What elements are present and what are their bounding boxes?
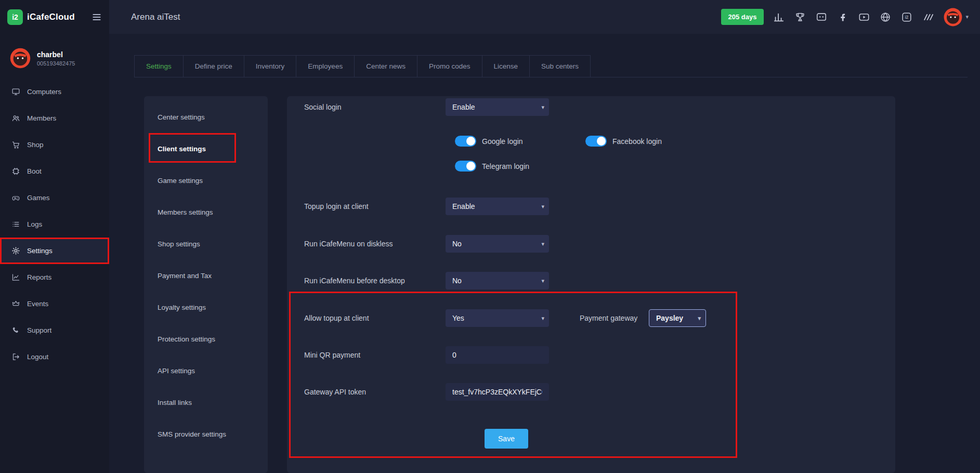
sidebar-item-members[interactable]: Members (0, 105, 109, 132)
sidebar-user[interactable]: charbel 005193482475 (0, 34, 109, 78)
diskless-select[interactable]: No ▾ (446, 235, 549, 253)
allow-topup-select[interactable]: Yes ▾ (446, 309, 549, 327)
hamburger-menu-icon[interactable] (92, 12, 102, 22)
before-desktop-select[interactable]: No ▾ (446, 272, 549, 290)
nav-item-install-links[interactable]: Install links (144, 387, 268, 418)
tab-employees[interactable]: Employees (296, 55, 355, 77)
toggle-knob (466, 162, 475, 170)
user-menu[interactable]: ▾ (943, 7, 969, 27)
youtube-icon[interactable] (858, 11, 870, 23)
tab-license[interactable]: License (482, 55, 530, 77)
sidebar-item-settings[interactable]: Settings (0, 238, 109, 264)
nav-item-members-settings[interactable]: Members settings (144, 196, 268, 228)
telegram-login-toggle[interactable] (455, 161, 476, 172)
gear-icon (11, 246, 20, 255)
tab-settings[interactable]: Settings (134, 55, 184, 77)
facebook-icon[interactable] (837, 11, 849, 23)
app-logo[interactable]: i2 iCafeCloud (7, 9, 75, 25)
sidebar-item-logout[interactable]: Logout (0, 344, 109, 370)
page-title: Arena aiTest (131, 12, 180, 22)
nav-item-game-settings[interactable]: Game settings (144, 165, 268, 196)
payment-gateway-value: Paysley (656, 314, 683, 322)
social-login-label: Social login (304, 103, 342, 111)
license-days-badge[interactable]: 205 days (721, 9, 764, 25)
icafe-icon[interactable]: i2 (900, 11, 913, 23)
sidebar-item-label: Boot (27, 167, 42, 175)
sidebar-item-label: Reports (27, 273, 51, 281)
diskless-label: Run iCafeMenu on diskless (304, 240, 393, 248)
trophy-icon[interactable] (794, 11, 806, 23)
tab-sub-centers[interactable]: Sub centers (530, 55, 591, 77)
chart-icon (11, 273, 20, 282)
logo-text: iCafeCloud (27, 12, 75, 22)
topup-login-select[interactable]: Enable ▾ (446, 198, 549, 215)
sidebar-item-boot[interactable]: Boot (0, 158, 109, 185)
toggle-knob (466, 137, 475, 146)
avatar (943, 7, 963, 27)
client-settings-form: Social login Enable ▾ Google login Faceb… (287, 96, 895, 473)
discord-icon[interactable] (815, 11, 828, 23)
logout-icon (11, 352, 20, 361)
sidebar-item-shop[interactable]: Shop (0, 132, 109, 158)
phone-icon (11, 326, 20, 335)
mini-qr-label: Mini QR payment (304, 351, 360, 359)
payment-gateway-select[interactable]: Paysley ▾ (649, 309, 706, 327)
icafecloud-logo-icon: i2 (7, 9, 23, 25)
before-desktop-value: No (452, 277, 462, 285)
tab-center-news[interactable]: Center news (355, 55, 417, 77)
stats-icon[interactable] (773, 11, 785, 23)
mini-qr-input[interactable] (446, 346, 549, 364)
sidebar-item-computers[interactable]: Computers (0, 78, 109, 105)
gateway-token-input[interactable] (446, 383, 549, 401)
sidebar-item-label: Logs (27, 220, 42, 228)
diskless-value: No (452, 240, 462, 248)
nav-item-sms-provider-settings[interactable]: SMS provider settings (144, 418, 268, 450)
chevron-down-icon: ▾ (541, 241, 544, 247)
nav-item-payment-and-tax[interactable]: Payment and Tax (144, 260, 268, 292)
sidebar-item-label: Support (27, 326, 51, 334)
telegram-login-row: Telegram login (455, 161, 529, 172)
sidebar-item-support[interactable]: Support (0, 317, 109, 344)
layers-icon[interactable] (922, 11, 934, 23)
nav-item-client-settings[interactable]: Client settings (144, 133, 268, 165)
nav-item-loyalty-settings[interactable]: Loyalty settings (144, 292, 268, 323)
topup-login-value: Enable (452, 202, 475, 211)
allow-topup-value: Yes (452, 314, 464, 322)
nav-item-protection-settings[interactable]: Protection settings (144, 323, 268, 355)
main-content: Settings Define price Inventory Employee… (109, 34, 980, 473)
sidebar-item-label: Events (27, 300, 48, 308)
google-login-toggle[interactable] (455, 136, 476, 147)
social-login-value: Enable (452, 103, 475, 111)
topbar: i2 iCafeCloud Arena aiTest 205 days i2 (0, 0, 980, 34)
sidebar-item-label: Computers (27, 88, 61, 96)
tab-define-price[interactable]: Define price (184, 55, 244, 77)
settings-nav-panel: Center settings Client settings Game set… (144, 96, 268, 473)
sidebar-item-label: Shop (27, 141, 44, 149)
chevron-down-icon: ▾ (965, 14, 969, 20)
sidebar-item-reports[interactable]: Reports (0, 264, 109, 291)
chip-icon (11, 167, 20, 176)
nav-item-center-settings[interactable]: Center settings (144, 101, 268, 133)
topup-login-label: Topup login at client (304, 202, 369, 211)
save-button[interactable]: Save (485, 429, 528, 449)
sidebar-item-logs[interactable]: Logs (0, 211, 109, 238)
gamepad-icon (11, 193, 20, 202)
facebook-login-toggle[interactable] (585, 136, 607, 147)
tab-inventory[interactable]: Inventory (244, 55, 297, 77)
nav-item-shop-settings[interactable]: Shop settings (144, 228, 268, 260)
social-login-select[interactable]: Enable ▾ (446, 98, 549, 116)
svg-text:i2: i2 (905, 15, 909, 20)
globe-icon[interactable] (879, 11, 892, 23)
allow-topup-label: Allow topup at client (304, 314, 369, 322)
tabs-bar: Settings Define price Inventory Employee… (134, 55, 968, 77)
sidebar-item-games[interactable]: Games (0, 185, 109, 211)
nav-item-api-settings[interactable]: API settings (144, 355, 268, 387)
toggle-knob (597, 137, 606, 146)
before-desktop-label: Run iCafeMenu before desktop (304, 277, 405, 285)
tab-promo-codes[interactable]: Promo codes (417, 55, 482, 77)
sidebar-item-events[interactable]: Events (0, 291, 109, 317)
list-icon (11, 220, 20, 229)
chevron-down-icon: ▾ (541, 315, 544, 322)
gateway-token-label: Gateway API token (304, 388, 366, 396)
logo-area: i2 iCafeCloud (0, 0, 109, 34)
